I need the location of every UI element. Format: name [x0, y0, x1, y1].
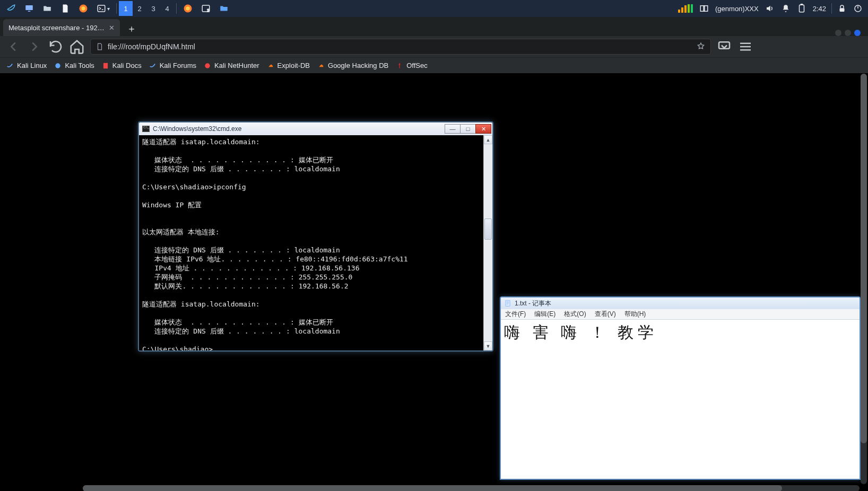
browser-tab[interactable]: Metasploit screenshare - 192… ✕ [3, 19, 120, 36]
hscroll-thumb[interactable] [83, 485, 782, 491]
notepad-titlebar[interactable]: 1.txt - 记事本 [501, 297, 860, 309]
monitor-icon [24, 4, 34, 13]
url-text: file:///root/mpDUqfNM.html [108, 42, 195, 51]
cmd-window-title: C:\Windows\system32\cmd.exe [153, 125, 241, 133]
svg-point-16 [56, 63, 60, 68]
firefox-icon [79, 4, 88, 13]
workspace-1[interactable]: 1 [119, 1, 133, 16]
bookmark-exploit-db[interactable]: Exploit-DB [267, 62, 310, 69]
back-button[interactable] [5, 39, 21, 55]
bookmark-offsec[interactable]: OffSec [396, 62, 428, 69]
terminal-icon [97, 4, 106, 13]
forums-icon [149, 62, 157, 69]
tab-close-button[interactable]: ✕ [105, 24, 115, 32]
notepad-icon [504, 300, 511, 307]
cmd-minimize-button[interactable]: — [445, 124, 461, 134]
app-menu-button[interactable] [737, 39, 753, 55]
file-manager-button[interactable] [38, 1, 56, 16]
battery-icon [797, 4, 806, 13]
new-tab-button[interactable]: ＋ [124, 21, 139, 36]
svg-rect-13 [840, 8, 845, 12]
window-max-dot[interactable] [845, 30, 851, 36]
notepad-menu-view[interactable]: 查看(V) [591, 310, 620, 319]
battery-button[interactable] [794, 1, 810, 16]
cmd-icon [142, 126, 150, 132]
cmd-window: C:\Windows\system32\cmd.exe — □ ✕ 隧道适配器 … [138, 121, 493, 352]
workspace-2[interactable]: 2 [133, 1, 146, 16]
workspace-overview-button[interactable] [696, 1, 712, 16]
svg-rect-0 [25, 5, 33, 10]
window-min-dot[interactable] [835, 30, 841, 36]
running-app-firefox[interactable] [179, 1, 197, 16]
system-monitor-bars[interactable] [675, 1, 696, 16]
address-bar: file:///root/mpDUqfNM.html [0, 36, 868, 57]
notepad-window: 1.txt - 记事本 文件(F) 编辑(E) 格式(O) 查看(V) 帮助(H… [500, 296, 861, 480]
folder-open-icon [219, 4, 229, 13]
bookmark-kali-forums[interactable]: Kali Forums [149, 62, 196, 69]
window-close-dot[interactable] [854, 30, 861, 36]
firefox-icon [183, 4, 193, 13]
cmd-close-button[interactable]: ✕ [475, 124, 491, 134]
bell-icon [781, 4, 791, 13]
scroll-up-arrow-icon[interactable]: ▲ [484, 135, 492, 144]
vscroll-thumb[interactable] [861, 74, 867, 443]
document-icon [60, 4, 70, 13]
content-horizontal-scrollbar[interactable] [83, 485, 860, 491]
display-settings-icon[interactable] [20, 1, 38, 16]
power-button[interactable] [850, 1, 866, 16]
notepad-menu-format[interactable]: 格式(O) [560, 310, 590, 319]
cmd-scrollbar[interactable]: ▲ ▼ [483, 135, 492, 350]
scroll-down-arrow-icon[interactable]: ▼ [484, 341, 492, 350]
volume-button[interactable] [762, 1, 778, 16]
notifications-button[interactable] [778, 1, 794, 16]
running-app-folder[interactable] [215, 1, 233, 16]
notepad-menu-help[interactable]: 帮助(H) [620, 310, 650, 319]
url-input[interactable]: file:///root/mpDUqfNM.html [90, 39, 711, 55]
notepad-menu-file[interactable]: 文件(F) [501, 310, 530, 319]
notepad-content[interactable]: 嗨 害 嗨 ！ 教学 [501, 320, 860, 479]
terminal-button[interactable]: ▾ [92, 1, 114, 16]
bookmark-kali-linux[interactable]: Kali Linux [6, 62, 47, 69]
bookmark-bar: Kali Linux Kali Tools Kali Docs Kali For… [0, 57, 868, 73]
pocket-button[interactable] [716, 39, 732, 55]
svg-rect-17 [103, 63, 108, 68]
kali-menu-button[interactable] [2, 1, 20, 16]
lock-button[interactable] [834, 1, 850, 16]
svg-point-6 [186, 6, 190, 11]
svg-rect-20 [506, 301, 510, 306]
system-taskbar: ▾ 1 2 3 4 2 (genmon)XXX [0, 0, 868, 17]
panes-icon [699, 4, 709, 13]
separator [116, 3, 117, 14]
offsec-icon [396, 62, 403, 69]
notepad-menu-edit[interactable]: 编辑(E) [530, 310, 560, 319]
forward-button[interactable] [27, 39, 42, 55]
svg-text:2: 2 [207, 8, 209, 13]
ghdb-icon [317, 62, 325, 69]
home-button[interactable] [69, 39, 85, 55]
chevron-down-icon: ▾ [107, 6, 110, 12]
firefox-button[interactable] [74, 1, 92, 16]
tab-title: Metasploit screenshare - 192… [8, 24, 105, 32]
reload-button[interactable] [48, 39, 64, 55]
folder-icon [42, 4, 52, 13]
running-app-shell[interactable]: 2 [197, 1, 215, 16]
workspace-4[interactable]: 4 [160, 1, 174, 16]
bookmark-star-button[interactable] [697, 42, 705, 52]
cmd-scroll-thumb[interactable] [484, 218, 492, 240]
text-editor-button[interactable] [56, 1, 74, 16]
cmd-titlebar[interactable]: C:\Windows\system32\cmd.exe — □ ✕ [139, 122, 492, 135]
notepad-menubar: 文件(F) 编辑(E) 格式(O) 查看(V) 帮助(H) [501, 309, 860, 320]
svg-rect-1 [28, 11, 31, 12]
svg-rect-10 [705, 6, 708, 12]
bookmark-kali-tools[interactable]: Kali Tools [54, 62, 94, 69]
bookmark-kali-docs[interactable]: Kali Docs [102, 62, 142, 69]
genmon-label: (genmon)XXX [712, 1, 762, 16]
cmd-maximize-button[interactable]: □ [460, 124, 476, 134]
bookmark-kali-nethunter[interactable]: Kali NetHunter [204, 62, 259, 69]
tab-strip: Metasploit screenshare - 192… ✕ ＋ [0, 17, 868, 36]
bookmark-ghdb[interactable]: Google Hacking DB [317, 62, 388, 69]
content-vertical-scrollbar[interactable] [861, 74, 867, 484]
workspace-switcher: 1 2 3 4 [119, 1, 174, 16]
workspace-3[interactable]: 3 [146, 1, 160, 16]
clock[interactable]: 2:42 [810, 1, 829, 16]
